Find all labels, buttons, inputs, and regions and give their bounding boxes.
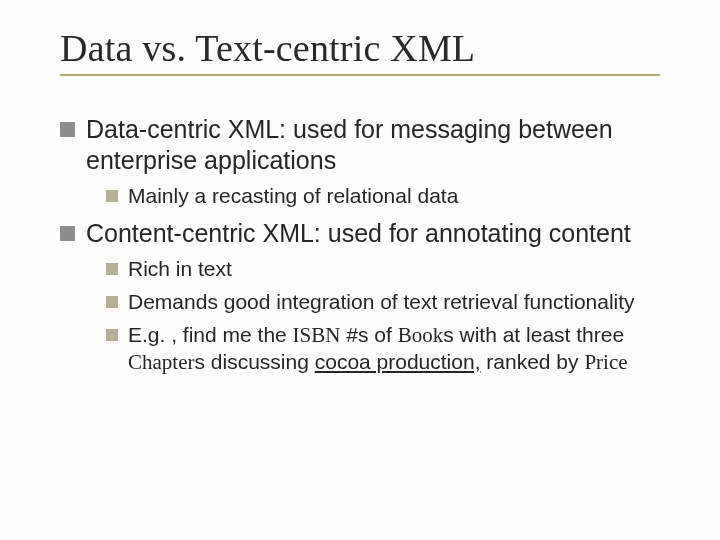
example-prefix: E.g. , find me the (128, 323, 293, 346)
bullet-text: Content-centric XML: used for annotating… (86, 219, 631, 247)
example-mid: s with at least three (443, 323, 624, 346)
slide-title: Data vs. Text-centric XML (60, 26, 680, 70)
title-underline (60, 74, 660, 76)
term-isbn: ISBN (293, 323, 341, 347)
sub-bullet-rich: Rich in text (106, 256, 680, 283)
slide: Data vs. Text-centric XML Data-centric X… (0, 0, 720, 540)
term-chapter: Chapter (128, 350, 194, 374)
term-book: Book (398, 323, 444, 347)
sub-bullet-integration: Demands good integration of text retriev… (106, 289, 680, 316)
sub-list: Rich in text Demands good integration of… (86, 256, 680, 376)
sub-bullet-text: Rich in text (128, 257, 232, 280)
example-end: ranked by (480, 350, 584, 373)
sub-bullet-recasting: Mainly a recasting of relational data (106, 183, 680, 210)
sub-list: Mainly a recasting of relational data (86, 183, 680, 210)
term-price: Price (584, 350, 627, 374)
sub-bullet-example: E.g. , find me the ISBN #s of Books with… (106, 322, 680, 376)
sub-bullet-text: Mainly a recasting of relational data (128, 184, 458, 207)
sub-bullet-text: Demands good integration of text retriev… (128, 290, 635, 313)
bullet-text: Data-centric XML: used for messaging bet… (86, 115, 613, 174)
term-topic: cocoa production, (315, 350, 481, 373)
bullet-content-centric: Content-centric XML: used for annotating… (60, 218, 680, 376)
example-mid: #s of (340, 323, 397, 346)
bullet-data-centric: Data-centric XML: used for messaging bet… (60, 114, 680, 210)
bullet-list: Data-centric XML: used for messaging bet… (60, 114, 680, 376)
example-mid: s discussing (194, 350, 314, 373)
